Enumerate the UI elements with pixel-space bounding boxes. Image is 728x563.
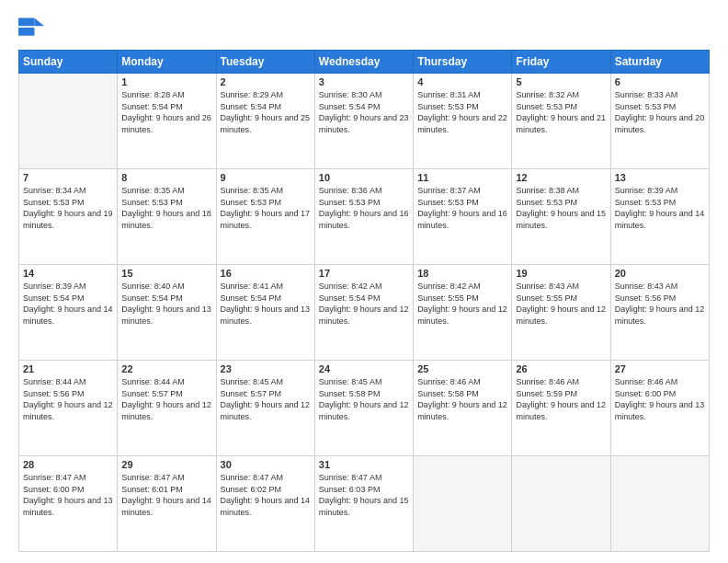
day-number: 24 (319, 363, 409, 374)
day-number: 4 (417, 76, 507, 87)
day-number: 12 (516, 172, 606, 183)
calendar-cell: 9Sunrise: 8:35 AMSunset: 5:53 PMDaylight… (216, 169, 314, 265)
calendar-cell: 27Sunrise: 8:46 AMSunset: 6:00 PMDayligh… (610, 361, 709, 456)
day-number: 25 (417, 363, 507, 374)
weekday-header-monday: Monday (118, 51, 216, 74)
cell-info: Sunrise: 8:36 AMSunset: 5:53 PMDaylight:… (319, 185, 409, 231)
cell-info: Sunrise: 8:47 AMSunset: 6:00 PMDaylight:… (23, 472, 113, 518)
day-number: 9 (221, 172, 311, 183)
week-row-0: 1Sunrise: 8:28 AMSunset: 5:54 PMDaylight… (19, 74, 710, 169)
calendar-cell: 20Sunrise: 8:43 AMSunset: 5:56 PMDayligh… (610, 265, 709, 361)
week-row-1: 7Sunrise: 8:34 AMSunset: 5:53 PMDaylight… (19, 169, 710, 265)
day-number: 21 (23, 363, 113, 374)
calendar-cell: 7Sunrise: 8:34 AMSunset: 5:53 PMDaylight… (19, 169, 118, 265)
day-number: 29 (121, 459, 211, 470)
day-number: 10 (319, 172, 409, 183)
calendar-cell: 30Sunrise: 8:47 AMSunset: 6:02 PMDayligh… (216, 456, 314, 552)
cell-info: Sunrise: 8:31 AMSunset: 5:53 PMDaylight:… (417, 89, 507, 135)
cell-info: Sunrise: 8:30 AMSunset: 5:54 PMDaylight:… (319, 89, 409, 135)
calendar-cell: 14Sunrise: 8:39 AMSunset: 5:54 PMDayligh… (19, 265, 118, 361)
calendar-cell: 6Sunrise: 8:33 AMSunset: 5:53 PMDaylight… (610, 74, 709, 169)
weekday-header-saturday: Saturday (610, 51, 709, 74)
calendar-cell: 12Sunrise: 8:38 AMSunset: 5:53 PMDayligh… (512, 169, 610, 265)
cell-info: Sunrise: 8:35 AMSunset: 5:53 PMDaylight:… (121, 185, 211, 231)
day-number: 18 (417, 268, 507, 279)
cell-info: Sunrise: 8:42 AMSunset: 5:55 PMDaylight:… (417, 281, 507, 327)
calendar-cell: 15Sunrise: 8:40 AMSunset: 5:54 PMDayligh… (118, 265, 216, 361)
calendar-cell: 19Sunrise: 8:43 AMSunset: 5:55 PMDayligh… (512, 265, 610, 361)
calendar-cell: 3Sunrise: 8:30 AMSunset: 5:54 PMDaylight… (314, 74, 413, 169)
day-number: 30 (221, 459, 311, 470)
calendar-cell (19, 74, 118, 169)
calendar-cell: 10Sunrise: 8:36 AMSunset: 5:53 PMDayligh… (314, 169, 413, 265)
cell-info: Sunrise: 8:37 AMSunset: 5:53 PMDaylight:… (417, 185, 507, 231)
cell-info: Sunrise: 8:38 AMSunset: 5:53 PMDaylight:… (516, 185, 606, 231)
cell-info: Sunrise: 8:44 AMSunset: 5:56 PMDaylight:… (23, 376, 113, 422)
day-number: 17 (319, 268, 409, 279)
cell-info: Sunrise: 8:41 AMSunset: 5:54 PMDaylight:… (221, 281, 311, 327)
calendar-cell: 16Sunrise: 8:41 AMSunset: 5:54 PMDayligh… (216, 265, 314, 361)
calendar-cell (414, 456, 512, 552)
day-number: 27 (615, 363, 705, 374)
calendar-cell: 2Sunrise: 8:29 AMSunset: 5:54 PMDaylight… (216, 74, 314, 169)
day-number: 19 (516, 268, 606, 279)
day-number: 26 (516, 363, 606, 374)
calendar-cell: 29Sunrise: 8:47 AMSunset: 6:01 PMDayligh… (118, 456, 216, 552)
cell-info: Sunrise: 8:28 AMSunset: 5:54 PMDaylight:… (121, 89, 211, 135)
day-number: 8 (121, 172, 211, 183)
week-row-3: 21Sunrise: 8:44 AMSunset: 5:56 PMDayligh… (19, 361, 710, 456)
logo (18, 15, 48, 40)
calendar-cell: 21Sunrise: 8:44 AMSunset: 5:56 PMDayligh… (19, 361, 118, 456)
calendar-cell: 4Sunrise: 8:31 AMSunset: 5:53 PMDaylight… (414, 74, 512, 169)
day-number: 11 (417, 172, 507, 183)
day-number: 28 (23, 459, 113, 470)
cell-info: Sunrise: 8:29 AMSunset: 5:54 PMDaylight:… (221, 89, 311, 135)
cell-info: Sunrise: 8:33 AMSunset: 5:53 PMDaylight:… (615, 89, 705, 135)
calendar-cell: 13Sunrise: 8:39 AMSunset: 5:53 PMDayligh… (610, 169, 709, 265)
calendar-cell: 11Sunrise: 8:37 AMSunset: 5:53 PMDayligh… (414, 169, 512, 265)
day-number: 7 (23, 172, 113, 183)
svg-marker-0 (35, 18, 45, 27)
calendar-cell: 31Sunrise: 8:47 AMSunset: 6:03 PMDayligh… (314, 456, 413, 552)
weekday-header-friday: Friday (512, 51, 610, 74)
svg-rect-2 (18, 28, 35, 36)
day-number: 16 (221, 268, 311, 279)
cell-info: Sunrise: 8:39 AMSunset: 5:54 PMDaylight:… (23, 281, 113, 327)
cell-info: Sunrise: 8:47 AMSunset: 6:02 PMDaylight:… (221, 472, 311, 518)
cell-info: Sunrise: 8:46 AMSunset: 5:58 PMDaylight:… (417, 376, 507, 422)
cell-info: Sunrise: 8:46 AMSunset: 6:00 PMDaylight:… (615, 376, 705, 422)
calendar-cell: 25Sunrise: 8:46 AMSunset: 5:58 PMDayligh… (414, 361, 512, 456)
calendar-cell: 8Sunrise: 8:35 AMSunset: 5:53 PMDaylight… (118, 169, 216, 265)
day-number: 22 (121, 363, 211, 374)
calendar-cell: 5Sunrise: 8:32 AMSunset: 5:53 PMDaylight… (512, 74, 610, 169)
calendar-cell: 24Sunrise: 8:45 AMSunset: 5:58 PMDayligh… (314, 361, 413, 456)
day-number: 23 (221, 363, 311, 374)
cell-info: Sunrise: 8:42 AMSunset: 5:54 PMDaylight:… (319, 281, 409, 327)
calendar-cell: 28Sunrise: 8:47 AMSunset: 6:00 PMDayligh… (19, 456, 118, 552)
day-number: 14 (23, 268, 113, 279)
day-number: 20 (615, 268, 705, 279)
calendar-cell: 26Sunrise: 8:46 AMSunset: 5:59 PMDayligh… (512, 361, 610, 456)
weekday-header-row: SundayMondayTuesdayWednesdayThursdayFrid… (19, 51, 710, 74)
cell-info: Sunrise: 8:45 AMSunset: 5:57 PMDaylight:… (221, 376, 311, 422)
weekday-header-wednesday: Wednesday (314, 51, 413, 74)
day-number: 15 (121, 268, 211, 279)
weekday-header-thursday: Thursday (414, 51, 512, 74)
week-row-4: 28Sunrise: 8:47 AMSunset: 6:00 PMDayligh… (19, 456, 710, 552)
day-number: 1 (121, 76, 211, 87)
svg-rect-1 (18, 18, 35, 27)
calendar-cell (610, 456, 709, 552)
cell-info: Sunrise: 8:45 AMSunset: 5:58 PMDaylight:… (319, 376, 409, 422)
calendar-table: SundayMondayTuesdayWednesdayThursdayFrid… (18, 50, 710, 552)
cell-info: Sunrise: 8:43 AMSunset: 5:56 PMDaylight:… (615, 281, 705, 327)
calendar-cell: 22Sunrise: 8:44 AMSunset: 5:57 PMDayligh… (118, 361, 216, 456)
weekday-header-sunday: Sunday (19, 51, 118, 74)
calendar-cell: 17Sunrise: 8:42 AMSunset: 5:54 PMDayligh… (314, 265, 413, 361)
cell-info: Sunrise: 8:34 AMSunset: 5:53 PMDaylight:… (23, 185, 113, 231)
cell-info: Sunrise: 8:32 AMSunset: 5:53 PMDaylight:… (516, 89, 606, 135)
calendar-cell: 1Sunrise: 8:28 AMSunset: 5:54 PMDaylight… (118, 74, 216, 169)
cell-info: Sunrise: 8:39 AMSunset: 5:53 PMDaylight:… (615, 185, 705, 231)
cell-info: Sunrise: 8:40 AMSunset: 5:54 PMDaylight:… (121, 281, 211, 327)
calendar-cell: 18Sunrise: 8:42 AMSunset: 5:55 PMDayligh… (414, 265, 512, 361)
cell-info: Sunrise: 8:46 AMSunset: 5:59 PMDaylight:… (516, 376, 606, 422)
